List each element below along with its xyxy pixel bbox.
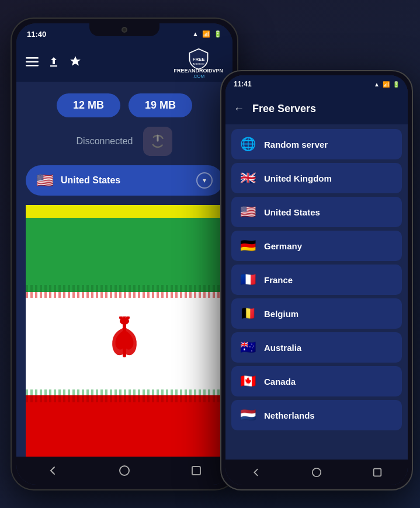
server-name-be: Belgium [264,309,298,319]
phone2-home-nav[interactable] [307,463,326,482]
server-item-us[interactable]: 🇺🇸 United States [231,197,402,227]
connection-status-label: Disconnected [77,136,133,147]
phone2-recents-nav[interactable] [368,463,387,482]
connection-status-row: Disconnected [26,124,223,158]
phone1-content: 12 MB 19 MB Disconnected 🇺🇸 [16,82,232,457]
svg-rect-13 [192,467,200,475]
server-item-uk[interactable]: 🇬🇧 United Kingdom [231,163,402,193]
iran-flag-display [26,205,223,457]
phone1-notch [89,23,159,36]
svg-rect-0 [26,57,39,59]
power-button[interactable] [143,127,172,156]
statusbar2: 11:41 ▲ 📶 🔋 [225,75,408,93]
country-selector[interactable]: 🇺🇸 United States ▾ [26,165,223,196]
free-servers-title: Free Servers [252,103,316,115]
phone1-nav [16,457,232,485]
server-item-ca[interactable]: 🇨🇦 Canada [231,366,402,396]
svg-point-14 [313,468,321,476]
signal-icon: 📶 [202,30,210,38]
server-name-de: Germany [264,241,302,251]
svg-rect-1 [26,61,39,62]
server-item-de[interactable]: 🇩🇪 Germany [231,231,402,261]
back-button[interactable]: ← [234,103,244,115]
phone2-back-nav[interactable] [247,463,265,482]
phone2-wifi-icon: ▲ [374,81,380,88]
phone2-signal-icon: 📶 [383,81,390,88]
svg-text:FREE: FREE [192,57,204,62]
random-server-globe-icon: 🌐 [239,137,256,152]
home-nav-button[interactable] [115,461,134,480]
yellow-stripe-top [26,205,223,218]
phone1-header: FREE ANDROID FREEANDROIDVPN .COM [16,44,232,82]
iran-white-stripe [26,292,223,395]
server-name-nl: Netherlands [264,410,315,420]
server-name-ca: Canada [264,377,296,387]
battery-icon: 🔋 [214,30,222,38]
nl-flag-icon: 🇳🇱 [239,408,256,423]
server-name-au: Australia [264,343,301,353]
fr-flag-icon: 🇫🇷 [239,272,256,287]
camera-dot [122,27,127,33]
svg-rect-15 [374,469,381,476]
server-name-random: Random server [264,140,328,149]
app-logo: FREE ANDROID FREEANDROIDVPN .COM [173,48,223,79]
be-flag-icon: 🇧🇪 [239,306,256,321]
download-data: 12 MB [57,93,120,117]
recents-nav-button[interactable] [187,461,206,480]
server-item-random[interactable]: 🌐 Random server [231,129,402,159]
wifi-icon: ▲ [192,30,199,37]
server-item-nl[interactable]: 🇳🇱 Netherlands [231,400,402,430]
server-item-fr[interactable]: 🇫🇷 France [231,265,402,295]
phone1: 11:40 ▲ 📶 🔋 [11,18,238,490]
uk-flag-icon: 🇬🇧 [239,171,256,186]
svg-point-12 [120,466,129,475]
server-item-au[interactable]: 🇦🇺 Australia [231,332,402,363]
server-list: 🌐 Random server 🇬🇧 United Kingdom 🇺🇸 Uni… [225,124,408,460]
server-name-fr: France [264,275,293,285]
country-flag: 🇺🇸 [36,172,54,189]
phone1-time: 11:40 [27,30,46,39]
phone2-time: 11:41 [234,80,252,88]
phone2-nav [225,460,408,485]
data-usage-row: 12 MB 19 MB [26,93,223,117]
svg-rect-2 [26,65,39,67]
server-name-uk: United Kingdom [264,173,332,183]
server-item-be[interactable]: 🇧🇪 Belgium [231,298,402,329]
scene: 11:40 ▲ 📶 🔋 [0,0,420,508]
back-nav-button[interactable] [43,461,62,480]
phone2-header: ← Free Servers [225,93,408,124]
phone2-status-icons: ▲ 📶 🔋 [374,81,400,88]
iran-red-stripe [26,395,223,457]
ca-flag-icon: 🇨🇦 [239,374,256,389]
chevron-down-icon: ▾ [196,172,213,189]
menu-icon[interactable] [26,57,39,69]
country-name: United States [61,175,189,186]
svg-text:ANDROID: ANDROID [193,62,204,65]
phone2-battery-icon: 🔋 [393,81,400,88]
iran-green-stripe [26,218,223,292]
upload-data: 19 MB [129,93,192,117]
iran-emblem [101,316,148,371]
share-icon[interactable] [48,56,60,71]
svg-rect-7 [123,322,126,357]
de-flag-icon: 🇩🇪 [239,238,256,253]
us-flag-icon: 🇺🇸 [239,204,256,220]
server-name-us: United States [264,207,320,217]
star-icon[interactable] [69,55,82,71]
phone2: 11:41 ▲ 📶 🔋 ← Free Servers 🌐 Random serv… [220,70,413,490]
au-flag-icon: 🇦🇺 [239,340,256,355]
phone1-status-icons: ▲ 📶 🔋 [192,30,222,38]
iran-flag [26,218,223,457]
